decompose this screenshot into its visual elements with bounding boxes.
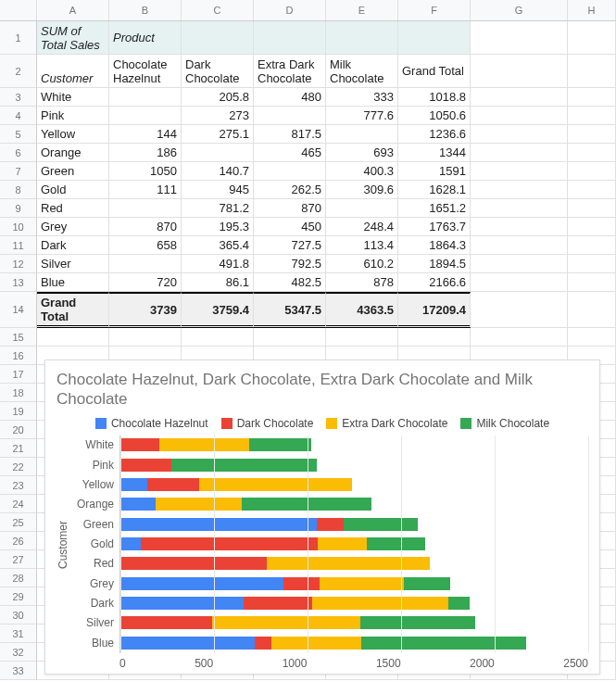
- column-headers: ABCD EFGH: [0, 0, 616, 21]
- table-row: 5Yellow144275.1817.51236.6: [0, 125, 616, 144]
- table-row: 6Orange1864656931344: [0, 144, 616, 162]
- table-row: 12Silver491.8792.5610.21894.5: [0, 255, 616, 273]
- table-row: 3White205.84803331018.8: [0, 88, 616, 107]
- table-row: 7Green1050140.7400.31591: [0, 162, 616, 181]
- table-row: 10Grey870195.3450248.41763.7: [0, 218, 616, 236]
- bar-row: [120, 518, 588, 531]
- table-row: 13Blue72086.1482.58782166.6: [0, 273, 616, 292]
- x-axis-ticks: 05001000150020002500: [119, 653, 588, 670]
- bar-row: [120, 557, 588, 570]
- bar-row: [120, 537, 588, 550]
- bar-row: [120, 616, 588, 629]
- table-row: 4Pink273777.61050.6: [0, 107, 616, 125]
- bar-row: [120, 438, 588, 451]
- spreadsheet[interactable]: ABCD EFGH 1 SUM of Total Sales Product 2…: [0, 0, 616, 680]
- bar-row: [120, 577, 588, 590]
- grand-total-row: 14 Grand Total 3739 3759.4 5347.5 4363.5…: [0, 292, 616, 328]
- bar-row: [120, 459, 588, 472]
- row-field-label[interactable]: Customer: [37, 55, 109, 88]
- table-row: 8Gold111945262.5309.61628.1: [0, 181, 616, 199]
- y-axis-categories: WhitePinkYellowOrangeGreenGoldRedGreyDar…: [73, 435, 119, 653]
- pivot-header-row-1: 1 SUM of Total Sales Product: [0, 21, 616, 55]
- bar-row: [120, 498, 588, 511]
- plot-area: [119, 435, 588, 653]
- bar-row: [120, 597, 588, 610]
- chart[interactable]: Chocolate Hazelnut, Dark Chocolate, Extr…: [44, 360, 600, 675]
- chart-title: Chocolate Hazelnut, Dark Chocolate, Extr…: [57, 370, 588, 410]
- measure-label[interactable]: SUM of Total Sales: [37, 21, 109, 55]
- bar-row: [120, 637, 588, 650]
- chart-legend: Chocolate Hazelnut Dark Chocolate Extra …: [57, 417, 588, 430]
- pivot-header-row-2: 2 Customer Chocolate Hazelnut Dark Choco…: [0, 55, 616, 88]
- col-field-label[interactable]: Product: [109, 21, 182, 55]
- table-row: 11Dark658365.4727.5113.41864.3: [0, 236, 616, 255]
- table-row: 9Red781.28701651.2: [0, 199, 616, 218]
- y-axis-label: Customer: [57, 435, 73, 653]
- bar-row: [120, 478, 588, 491]
